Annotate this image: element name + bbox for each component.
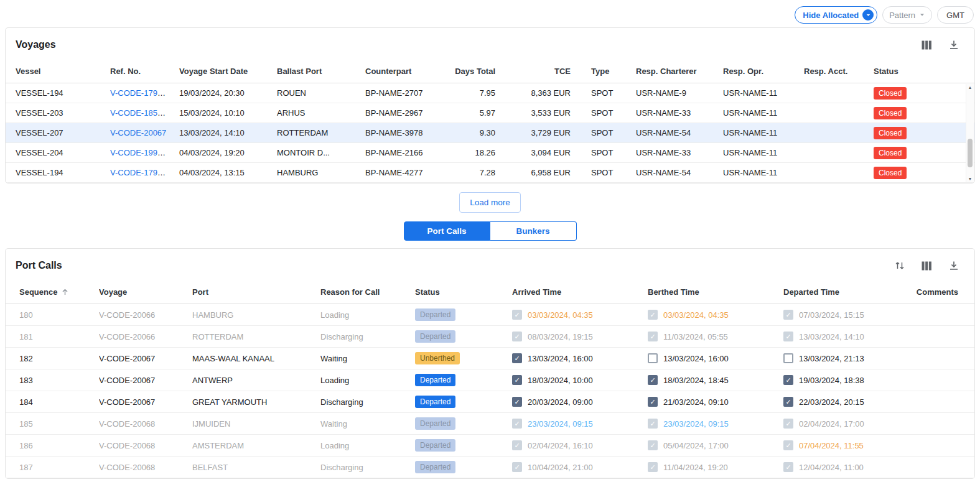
chevron-down-icon xyxy=(862,9,874,21)
column-header-comments[interactable]: Comments xyxy=(898,287,974,297)
column-header-tce[interactable]: TCE xyxy=(513,67,586,76)
download-button[interactable] xyxy=(948,39,959,50)
column-header-counterpart[interactable]: Counterpart xyxy=(354,67,447,76)
voyage-ref-link[interactable]: V-CODE-179021 xyxy=(110,88,169,98)
cell-tce: 3,094 EUR xyxy=(513,148,586,157)
voyage-row[interactable]: VESSEL-203V-CODE-18500915/03/2024, 10:10… xyxy=(6,103,974,123)
checkbox[interactable] xyxy=(648,397,658,407)
voyage-row[interactable]: VESSEL-207V-CODE-2006713/03/2024, 14:10R… xyxy=(6,123,974,143)
scrollbar-thumb[interactable] xyxy=(968,139,973,167)
time-value: 08/03/2024, 19:15 xyxy=(528,332,593,341)
port-call-row[interactable]: 181V-CODE-20066ROTTERDAMDischargingDepar… xyxy=(6,326,974,348)
voyage-row[interactable]: VESSEL-194V-CODE-17902119/03/2024, 20:30… xyxy=(6,83,974,103)
column-header-port[interactable]: Port xyxy=(192,287,320,297)
checkbox[interactable] xyxy=(783,397,793,407)
checkbox[interactable] xyxy=(512,353,522,363)
column-header-resp-opr[interactable]: Resp. Opr. xyxy=(718,67,799,76)
gmt-label: GMT xyxy=(946,11,964,20)
checkbox[interactable] xyxy=(512,375,522,385)
checkbox[interactable] xyxy=(512,419,522,429)
column-header-reason-for-call[interactable]: Reason for Call xyxy=(320,287,415,297)
checkbox[interactable] xyxy=(783,462,793,472)
vertical-scrollbar[interactable]: ▲ ▼ xyxy=(966,84,974,182)
cell-reason-for-call: Waiting xyxy=(320,419,415,429)
column-header-arrived-time[interactable]: Arrived Time xyxy=(512,287,648,297)
column-header-status[interactable]: Status xyxy=(415,287,512,297)
column-header-days-total[interactable]: Days Total xyxy=(447,67,513,76)
voyage-ref-link[interactable]: V-CODE-199048 xyxy=(110,148,169,157)
scrollbar-down-icon[interactable]: ▼ xyxy=(966,177,974,181)
checkbox[interactable] xyxy=(783,440,793,450)
cell-ref-no: V-CODE-185009 xyxy=(99,108,169,118)
checkbox[interactable] xyxy=(783,419,793,429)
voyage-row[interactable]: VESSEL-204V-CODE-19904804/03/2024, 19:20… xyxy=(6,143,974,163)
port-call-row[interactable]: 183V-CODE-20067ANTWERPLoadingDeparted18/… xyxy=(6,369,974,391)
column-header-type[interactable]: Type xyxy=(586,67,631,76)
checkbox[interactable] xyxy=(648,419,658,429)
scrollbar-up-icon[interactable]: ▲ xyxy=(966,85,974,90)
cell-voyage: V-CODE-20067 xyxy=(99,397,192,407)
cell-arrived-time: 08/03/2024, 19:15 xyxy=(512,332,648,341)
column-header-vessel[interactable]: Vessel xyxy=(6,67,99,76)
voyage-row[interactable]: VESSEL-194V-CODE-17901904/03/2024, 13:15… xyxy=(6,163,974,183)
column-header-voyage-start[interactable]: Voyage Start Date xyxy=(169,67,266,76)
tab-bunkers[interactable]: Bunkers xyxy=(490,221,577,241)
checkbox[interactable] xyxy=(648,332,658,341)
checkbox[interactable] xyxy=(783,332,793,341)
columns-button[interactable] xyxy=(922,40,932,50)
voyage-ref-link[interactable]: V-CODE-179019 xyxy=(110,168,169,177)
cell-sequence: 182 xyxy=(6,354,99,363)
checkbox[interactable] xyxy=(648,375,658,385)
checkbox[interactable] xyxy=(512,440,522,450)
gmt-button[interactable]: GMT xyxy=(937,6,974,24)
cell-status: Departed xyxy=(415,461,512,473)
column-header-berthed-time[interactable]: Berthed Time xyxy=(648,287,783,297)
cell-port: AMSTERDAM xyxy=(192,441,320,450)
cell-berthed-time: 18/03/2024, 18:45 xyxy=(648,375,783,385)
sort-button[interactable] xyxy=(894,260,905,271)
checkbox[interactable] xyxy=(512,397,522,407)
port-call-row[interactable]: 180V-CODE-20066HAMBURGLoadingDeparted03/… xyxy=(6,304,974,326)
column-header-departed-time[interactable]: Departed Time xyxy=(783,287,898,297)
tab-port-calls[interactable]: Port Calls xyxy=(404,221,490,241)
port-call-row[interactable]: 187V-CODE-20068BELFASTDischargingDeparte… xyxy=(6,457,974,478)
column-header-resp-acct[interactable]: Resp. Acct. xyxy=(799,67,869,76)
cell-port: ANTWERP xyxy=(192,376,320,385)
columns-button[interactable] xyxy=(922,261,932,271)
load-more-button[interactable]: Load more xyxy=(459,192,521,213)
port-call-row[interactable]: 184V-CODE-20067GREAT YARMOUTHDischarging… xyxy=(6,391,974,413)
cell-resp-charterer: USR-NAME-33 xyxy=(631,148,718,157)
column-header-ballast-port[interactable]: Ballast Port xyxy=(266,67,354,76)
column-header-voyage[interactable]: Voyage xyxy=(99,287,192,297)
checkbox[interactable] xyxy=(648,440,658,450)
voyage-ref-link[interactable]: V-CODE-20067 xyxy=(110,128,166,137)
port-call-row[interactable]: 185V-CODE-20068IJMUIDENWaitingDeparted23… xyxy=(6,413,974,435)
time-value: 03/03/2024, 04:35 xyxy=(663,310,729,320)
download-button[interactable] xyxy=(948,260,959,271)
column-header-sequence[interactable]: Sequence xyxy=(6,287,99,297)
checkbox[interactable] xyxy=(783,310,793,320)
cell-berthed-time: 23/03/2024, 09:15 xyxy=(648,419,783,429)
checkbox[interactable] xyxy=(648,310,658,320)
voyage-ref-link[interactable]: V-CODE-185009 xyxy=(110,108,169,118)
status-badge: Departed xyxy=(415,308,455,321)
pattern-button[interactable]: Pattern xyxy=(882,6,932,24)
cell-voyage-start-date: 13/03/2024, 14:10 xyxy=(169,128,266,137)
cell-sequence: 187 xyxy=(6,463,99,472)
voyages-panel: Voyages Vessel Ref. No. Voyage Start Dat… xyxy=(5,27,975,183)
checkbox[interactable] xyxy=(512,462,522,472)
checkbox[interactable] xyxy=(512,332,522,341)
checkbox[interactable] xyxy=(648,353,658,363)
hide-allocated-button[interactable]: Hide Allocated xyxy=(795,6,877,24)
port-call-row[interactable]: 186V-CODE-20068AMSTERDAMLoadingDeparted0… xyxy=(6,435,974,457)
time-value: 02/04/2024, 16:10 xyxy=(528,441,593,450)
cell-vessel: VESSEL-194 xyxy=(6,168,99,177)
column-header-resp-charterer[interactable]: Resp. Charterer xyxy=(631,67,718,76)
checkbox[interactable] xyxy=(783,353,793,363)
checkbox[interactable] xyxy=(512,310,522,320)
column-header-ref-no[interactable]: Ref. No. xyxy=(99,67,169,76)
checkbox[interactable] xyxy=(783,375,793,385)
column-header-status[interactable]: Status xyxy=(869,67,974,76)
port-call-row[interactable]: 182V-CODE-20067MAAS-WAAL KANAALWaitingUn… xyxy=(6,348,974,369)
checkbox[interactable] xyxy=(648,462,658,472)
